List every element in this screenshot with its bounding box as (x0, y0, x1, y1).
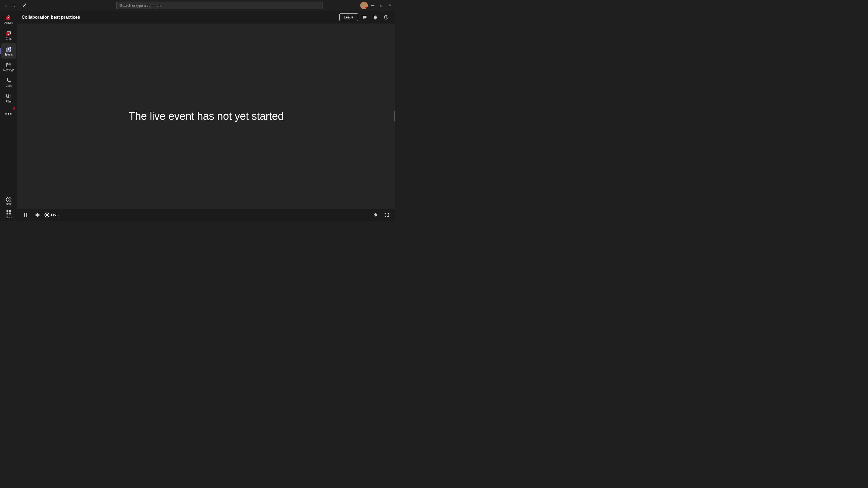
meeting-settings-button[interactable] (371, 13, 380, 22)
svg-rect-13 (6, 213, 8, 215)
more-icon: ••• (5, 111, 12, 117)
chat-icon: 1 (6, 31, 11, 37)
activity-label: Activity (4, 22, 13, 24)
bottom-settings-button[interactable] (371, 210, 381, 220)
help-label: Help (6, 203, 12, 205)
store-label: Store (5, 216, 12, 219)
avatar-button[interactable] (360, 2, 368, 9)
teams-badge: 1 (6, 47, 10, 52)
store-icon (6, 209, 11, 216)
sidebar-item-store[interactable]: Store (1, 208, 16, 220)
svg-rect-19 (26, 214, 27, 217)
status-dot (365, 7, 368, 9)
search-bar[interactable]: Search or type a command (116, 2, 322, 9)
more-badge (13, 107, 15, 109)
compose-button[interactable] (21, 2, 28, 9)
meeting-chat-button[interactable] (360, 13, 369, 22)
live-dot (44, 213, 50, 218)
pause-button[interactable] (21, 210, 30, 220)
svg-rect-9 (9, 95, 11, 98)
teams-label: Teams (5, 54, 12, 56)
svg-rect-4 (6, 63, 11, 67)
sidebar-item-chat[interactable]: 1 Chat (1, 28, 16, 43)
sidebar-item-meetings[interactable]: Meetings (1, 59, 16, 74)
minimize-button[interactable]: — (369, 2, 376, 9)
fullscreen-button[interactable] (382, 210, 392, 220)
calls-label: Calls (6, 85, 12, 87)
svg-rect-14 (9, 213, 11, 215)
files-icon (6, 94, 11, 100)
bottom-right-actions (371, 210, 392, 220)
nav-buttons: ‹ › (0, 2, 98, 9)
live-event-message: The live event has not yet started (129, 110, 284, 122)
sidebar-item-activity[interactable]: 2 Activity (1, 12, 16, 27)
sidebar-item-more[interactable]: ••• (1, 106, 16, 122)
maximize-button[interactable]: □ (378, 2, 385, 9)
main-area: Collaboration best practices Leave (18, 11, 395, 221)
sidebar-item-calls[interactable]: Calls (1, 75, 16, 90)
back-button[interactable]: ‹ (2, 2, 10, 9)
top-bar: Collaboration best practices Leave (18, 11, 395, 24)
title-bar: ‹ › Search or type a command — □ ✕ (0, 0, 395, 11)
activity-badge: 2 (6, 16, 10, 20)
sidebar: 2 Activity 1 Chat 1 Teams (0, 11, 18, 221)
sidebar-item-teams[interactable]: 1 Teams (1, 43, 16, 59)
svg-rect-12 (9, 210, 11, 212)
meeting-info-button[interactable] (382, 13, 391, 22)
forward-button[interactable]: › (11, 2, 19, 9)
title-bar-actions: — □ ✕ (360, 2, 395, 9)
live-label: LIVE (51, 213, 59, 217)
bottom-bar: LIVE (18, 208, 395, 221)
video-area: The live event has not yet started (18, 24, 395, 208)
top-bar-actions: Leave (339, 13, 391, 22)
chat-label: Chat (6, 37, 11, 40)
sidebar-item-help[interactable]: ? Help (1, 195, 16, 207)
meetings-icon (6, 62, 11, 68)
volume-button[interactable] (33, 210, 42, 220)
svg-point-17 (386, 16, 386, 17)
chat-badge: 1 (6, 32, 10, 36)
help-icon: ? (6, 197, 11, 202)
svg-rect-18 (24, 214, 25, 217)
calls-icon (6, 78, 11, 84)
meeting-title: Collaboration best practices (22, 15, 80, 20)
meetings-label: Meetings (3, 69, 14, 72)
teams-icon: 1 (6, 46, 12, 53)
live-indicator: LIVE (44, 213, 59, 218)
sidebar-item-files[interactable]: Files (1, 91, 16, 106)
activity-icon: 2 (6, 15, 11, 21)
svg-rect-11 (6, 210, 8, 212)
files-label: Files (6, 100, 11, 103)
search-placeholder: Search or type a command (120, 3, 162, 8)
leave-button[interactable]: Leave (339, 13, 358, 21)
close-button[interactable]: ✕ (386, 2, 394, 9)
scrollbar-thumb[interactable] (394, 110, 395, 122)
svg-rect-8 (6, 94, 9, 97)
